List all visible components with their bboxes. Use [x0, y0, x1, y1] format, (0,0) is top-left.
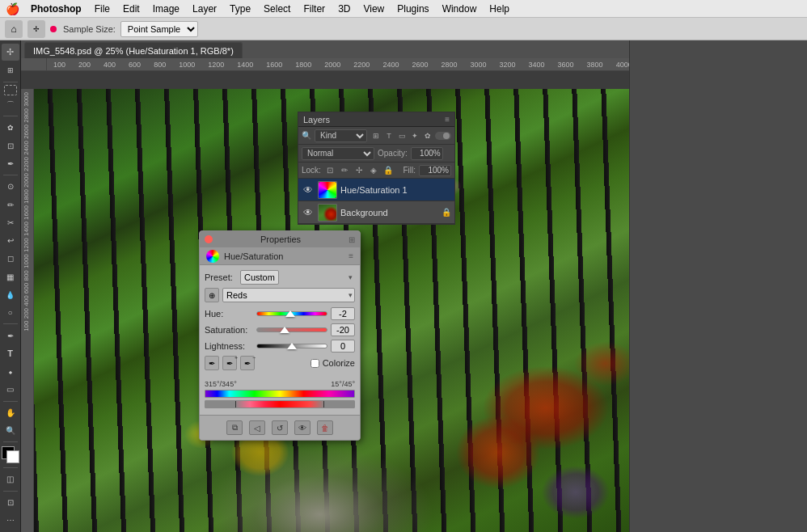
app-name-menu[interactable]: Photoshop — [24, 0, 88, 17]
file-menu[interactable]: File — [88, 0, 116, 17]
path-select-tool[interactable]: ⬥ — [2, 363, 19, 380]
view-menu[interactable]: View — [357, 0, 391, 17]
move-tool[interactable]: ✢ — [2, 44, 19, 61]
add-sample-btn[interactable]: ✒+ — [222, 356, 237, 370]
crop-tool[interactable]: ⊡ — [2, 137, 19, 154]
filter-menu[interactable]: Filter — [297, 0, 332, 17]
saturation-value-input[interactable] — [331, 323, 355, 336]
panel-footer: ⧉ ◁ ↺ 👁 🗑 — [200, 415, 360, 440]
artboard-tool[interactable]: ⊞ — [2, 61, 19, 78]
background-color[interactable] — [6, 450, 19, 463]
brush-tool[interactable]: ✏ — [2, 196, 19, 213]
3d-menu[interactable]: 3D — [332, 0, 357, 17]
fill-label: Fill: — [403, 166, 416, 175]
type-menu[interactable]: Type — [223, 0, 257, 17]
eyedropper-tool[interactable]: ✒ — [2, 155, 19, 172]
hue-slider-thumb[interactable] — [285, 310, 295, 317]
layers-panel-menu[interactable]: ≡ — [445, 115, 450, 124]
filter-smart-icon[interactable]: ✦ — [409, 130, 420, 141]
eraser-tool[interactable]: ◻ — [2, 250, 19, 267]
gradient-tool[interactable]: ▦ — [2, 268, 19, 285]
filter-effect-icon[interactable]: ✿ — [422, 130, 433, 141]
subtract-sample-btn[interactable]: ✒− — [240, 356, 255, 370]
filter-text-icon[interactable]: T — [383, 130, 395, 141]
range-handle-left[interactable] — [235, 401, 236, 407]
move-tool-icon[interactable]: ✢ — [27, 20, 45, 38]
opacity-label: Opacity: — [378, 149, 408, 158]
pen-tool[interactable]: ✒ — [2, 327, 19, 344]
lasso-tool[interactable]: ⌒ — [2, 96, 19, 113]
blend-mode-select[interactable]: Normal — [302, 147, 374, 160]
panel-close-button[interactable] — [205, 235, 213, 243]
lightness-value-input[interactable] — [331, 340, 355, 353]
plugins-menu[interactable]: Plugins — [391, 0, 435, 17]
fill-input[interactable] — [419, 165, 451, 176]
eyedropper-btn[interactable]: ✒ — [205, 356, 219, 370]
filter-toggle[interactable] — [435, 132, 451, 140]
quick-select-tool[interactable]: ✿ — [2, 119, 19, 136]
preset-select[interactable]: Custom — [240, 270, 279, 285]
spot-heal-tool[interactable]: ⊙ — [2, 178, 19, 195]
filter-shape-icon[interactable]: ▭ — [396, 130, 408, 141]
blur-tool[interactable]: 💧 — [2, 286, 19, 303]
saturation-slider-thumb[interactable] — [280, 327, 289, 333]
lock-transparent-icon[interactable]: ⊡ — [324, 165, 336, 176]
tab-bar: IMG_5548.psd @ 25% (Hue/Saturation 1, RG… — [21, 40, 629, 58]
huesat-label: Hue/Saturation — [224, 251, 283, 261]
range-handle-right[interactable] — [323, 401, 324, 407]
delete-btn[interactable]: 🗑 — [317, 420, 333, 435]
edit-menu[interactable]: Edit — [116, 0, 146, 17]
layer-menu[interactable]: Layer — [186, 0, 223, 17]
opacity-input[interactable] — [411, 147, 443, 160]
history-brush-tool[interactable]: ↩ — [2, 232, 19, 249]
home-tool-icon[interactable]: ⌂ — [5, 20, 23, 38]
channel-select[interactable]: Reds — [222, 288, 355, 302]
clone-stamp-tool[interactable]: ✂ — [2, 214, 19, 231]
clip-to-layer-btn[interactable]: ⧉ — [226, 420, 243, 435]
window-menu[interactable]: Window — [436, 0, 484, 17]
layer-huesat-visibility[interactable]: 👁 — [302, 184, 315, 196]
sample-size-select[interactable]: Point Sample — [120, 21, 198, 37]
previous-state-btn[interactable]: ◁ — [249, 420, 265, 435]
panel-menu-icon[interactable]: ≡ — [349, 251, 353, 260]
options-icon[interactable] — [50, 26, 57, 32]
hue-label: Hue: — [205, 309, 253, 319]
filter-kind-select[interactable]: Kind — [315, 129, 367, 142]
document-tab[interactable]: IMG_5548.psd @ 25% (Hue/Saturation 1, RG… — [24, 42, 243, 58]
help-menu[interactable]: Help — [483, 0, 516, 17]
marquee-tool[interactable] — [4, 85, 17, 96]
lightness-slider-thumb[interactable] — [287, 343, 297, 349]
shape-tool[interactable]: ▭ — [2, 381, 19, 398]
filter-pixel-icon[interactable]: ⊞ — [370, 130, 382, 141]
channel-target-icon[interactable]: ⊕ — [205, 288, 219, 302]
quick-mask-btn[interactable]: ◫ — [2, 471, 19, 488]
extra-tools-btn[interactable]: ⋯ — [2, 512, 19, 529]
hand-tool[interactable]: ✋ — [2, 404, 19, 421]
preset-row: Preset: Custom — [205, 270, 355, 285]
lightness-slider-wrapper[interactable] — [256, 340, 327, 352]
apple-menu[interactable]: 🍎 — [0, 2, 24, 15]
lock-pixels-icon[interactable]: ✏ — [339, 165, 350, 176]
tool-divider-5 — [3, 401, 18, 402]
visibility-toggle-btn[interactable]: 👁 — [294, 420, 311, 435]
screen-mode-btn[interactable]: ⊡ — [2, 494, 19, 511]
layer-huesat[interactable]: 👁 Hue/Saturation 1 — [298, 179, 454, 201]
layer-bg-visibility[interactable]: 👁 — [302, 206, 315, 219]
image-menu[interactable]: Image — [146, 0, 186, 17]
type-tool[interactable]: T — [2, 345, 19, 362]
saturation-slider-wrapper[interactable] — [256, 324, 327, 336]
panel-expand-button[interactable]: ⊞ — [349, 235, 355, 244]
select-menu[interactable]: Select — [257, 0, 297, 17]
lock-position-icon[interactable]: ✢ — [353, 165, 365, 176]
hue-slider-wrapper[interactable] — [256, 308, 327, 319]
canvas-area: IMG_5548.psd @ 25% (Hue/Saturation 1, RG… — [21, 40, 629, 532]
reset-btn[interactable]: ↺ — [272, 420, 288, 435]
zoom-tool[interactable]: 🔍 — [2, 422, 19, 439]
lock-artboard-icon[interactable]: ◈ — [368, 165, 379, 176]
dodge-tool[interactable]: ○ — [2, 304, 19, 321]
colorize-checkbox[interactable] — [311, 359, 319, 368]
hue-value-input[interactable] — [331, 307, 355, 320]
lock-all-icon[interactable]: 🔒 — [382, 165, 394, 176]
layer-background[interactable]: 👁 Background 🔒 — [298, 201, 454, 224]
huesat-icon — [206, 250, 219, 263]
